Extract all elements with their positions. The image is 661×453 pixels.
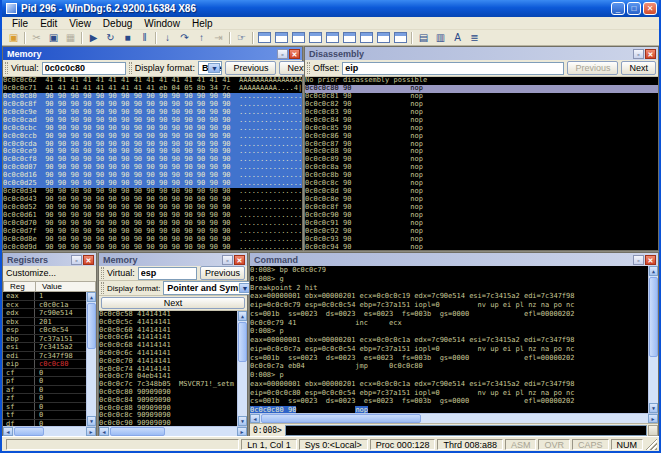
disassembly-previous-button[interactable]: Previous: [567, 61, 618, 75]
command-line[interactable]: 0c0c0c79 41 inc ecx: [250, 319, 658, 328]
menu-file[interactable]: File: [6, 18, 34, 29]
registers-vscrollbar[interactable]: ▲▼: [86, 292, 96, 426]
memory1-previous-button[interactable]: Previous: [225, 61, 276, 75]
memory-row[interactable]: 0c0c0d9d 90 90 90 90 90 90 90 90 90 90 9…: [3, 244, 302, 250]
command-line[interactable]: 0:008> p: [250, 327, 658, 336]
scroll-right-icon[interactable]: ►: [86, 427, 96, 436]
memory1-content[interactable]: 0c0c0c62 41 41 41 41 41 41 41 41 41 41 4…: [3, 77, 302, 250]
scroll-up-icon[interactable]: ▲: [238, 311, 247, 321]
memory2-titlebar[interactable]: Memory ▫ ✕: [99, 253, 247, 266]
open-processes-window-icon[interactable]: [394, 32, 407, 43]
open-disassembly-window-icon[interactable]: [360, 32, 373, 43]
scrollbar-thumb[interactable]: [14, 427, 44, 436]
register-row[interactable]: edi7c347f98: [3, 352, 96, 361]
command-line[interactable]: eip=0c0c0c80 esp=0c0c0c54 ebp=7c37a151 i…: [250, 389, 658, 398]
register-row[interactable]: cf0: [3, 369, 96, 378]
open-scratch-pad-window-icon[interactable]: [377, 32, 390, 43]
register-row[interactable]: eax1: [3, 292, 96, 301]
scrollbar-thumb[interactable]: [110, 427, 165, 436]
menu-help[interactable]: Help: [186, 18, 219, 29]
register-row[interactable]: eipc0c0c80: [3, 360, 96, 369]
register-row[interactable]: sf0: [3, 403, 96, 412]
insert-remove-breakpoint-icon[interactable]: ☞: [233, 31, 250, 45]
disassembly-close-icon[interactable]: ✕: [645, 49, 656, 59]
disassembly-next-button[interactable]: Next: [621, 61, 656, 75]
command-line[interactable]: 0c0c0c80 90 nop: [250, 406, 658, 413]
registers-dock-icon[interactable]: ▫: [71, 255, 82, 265]
command-titlebar[interactable]: Command ▫ ✕: [250, 253, 658, 266]
command-output[interactable]: 0:008> bp 0c0c0c790:008> gBreakpoint 2 h…: [250, 266, 658, 413]
menu-debug[interactable]: Debug: [97, 18, 138, 29]
command-line[interactable]: eax=00000001 ebx=00000201 ecx=0c0c0c1a e…: [250, 380, 658, 389]
disassembly-titlebar[interactable]: Disassembly ▫ ✕: [305, 47, 658, 60]
command-hscrollbar[interactable]: ◄ ►: [250, 413, 658, 423]
command-close-icon[interactable]: ✕: [645, 255, 656, 265]
font-button-icon[interactable]: A: [449, 31, 466, 45]
restart-icon[interactable]: ↻: [102, 31, 119, 45]
open-source-file-icon[interactable]: ▣: [5, 31, 22, 45]
register-row[interactable]: pf0: [3, 377, 96, 386]
command-line[interactable]: eip=0c0c0c79 esp=0c0c0c54 ebp=7c37a151 i…: [250, 301, 658, 310]
disassembly-dock-icon[interactable]: ▫: [633, 49, 644, 59]
memory1-titlebar[interactable]: Memory ▫ ✕: [3, 47, 302, 60]
memory2-next-button[interactable]: Next: [101, 297, 245, 309]
step-into-icon[interactable]: ↓: [159, 31, 176, 45]
registers-col-reg[interactable]: Reg: [4, 282, 36, 291]
open-command-window-icon[interactable]: [258, 32, 271, 43]
minimize-button[interactable]: _: [611, 2, 625, 15]
memory2-previous-button[interactable]: Previous: [200, 266, 245, 280]
command-line[interactable]: eax=00000001 ebx=00000201 ecx=0c0c0c19 e…: [250, 292, 658, 301]
options-button-icon[interactable]: ≣: [466, 31, 483, 45]
command-line[interactable]: eax=00000001 ebx=00000201 ecx=0c0c0c1a e…: [250, 336, 658, 345]
command-line[interactable]: 0:008> bp 0c0c0c79: [250, 266, 658, 275]
memory2-format-select[interactable]: Pointer and Symbol ▼: [163, 281, 253, 295]
open-watch-window-icon[interactable]: [275, 32, 288, 43]
stop-debugging-icon[interactable]: ■: [119, 31, 136, 45]
command-dock-icon[interactable]: ▫: [633, 255, 644, 265]
menu-view[interactable]: View: [63, 18, 97, 29]
open-registers-window-icon[interactable]: [309, 32, 322, 43]
register-row[interactable]: ebp7c37a151: [3, 335, 96, 344]
scrollbar-thumb[interactable]: [649, 277, 658, 357]
memory2-dock-icon[interactable]: ▫: [222, 255, 233, 265]
register-row[interactable]: ecxc0c0c1a: [3, 301, 96, 310]
memory1-close-icon[interactable]: ✕: [289, 49, 300, 59]
memory2-virtual-input[interactable]: [138, 267, 197, 280]
scroll-down-icon[interactable]: ▼: [649, 403, 658, 413]
registers-col-value[interactable]: Value: [36, 282, 62, 291]
scroll-down-icon[interactable]: ▼: [87, 416, 96, 426]
maximize-button[interactable]: □: [627, 2, 641, 15]
close-button[interactable]: ✕: [643, 2, 657, 15]
memory2-content[interactable]: 0c0c0c58 414141410c0c0c5c 414141410c0c0c…: [99, 311, 247, 426]
register-row[interactable]: af0: [3, 386, 96, 395]
registers-customize-button[interactable]: Customize...: [3, 266, 96, 281]
open-locals-window-icon[interactable]: [292, 32, 305, 43]
disassembly-offset-input[interactable]: [342, 62, 564, 75]
scroll-left-icon[interactable]: ◄: [250, 414, 260, 423]
memory1-dock-icon[interactable]: ▫: [277, 49, 288, 59]
command-vscrollbar[interactable]: ▲ ▼: [648, 266, 658, 413]
register-row[interactable]: ebx201: [3, 318, 96, 327]
register-row[interactable]: edx7c90e514: [3, 309, 96, 318]
source-mode-toggle-icon[interactable]: ▤: [415, 31, 432, 45]
scroll-right-icon[interactable]: ►: [648, 414, 658, 423]
copy-icon[interactable]: ▣: [45, 31, 62, 45]
step-out-icon[interactable]: ↑: [193, 31, 210, 45]
number-format-icon[interactable]: ▥: [432, 31, 449, 45]
scroll-left-icon[interactable]: ◄: [99, 427, 109, 436]
scrollbar-thumb[interactable]: [87, 303, 96, 349]
scroll-left-icon[interactable]: ◄: [3, 427, 13, 436]
disassembly-row[interactable]: 0c0c0c94 90 nop: [305, 244, 658, 250]
break-icon[interactable]: ‖: [136, 31, 153, 45]
register-row[interactable]: espc0c0c54: [3, 326, 96, 335]
open-call-stack-window-icon[interactable]: [343, 32, 356, 43]
memory2-close-icon[interactable]: ✕: [234, 255, 245, 265]
command-line[interactable]: Breakpoint 2 hit: [250, 284, 658, 293]
command-scroll-button[interactable]: [648, 425, 658, 436]
command-line[interactable]: eip=0c0c0c7a esp=0c0c0c54 ebp=7c37a151 i…: [250, 345, 658, 354]
scroll-up-icon[interactable]: ▲: [87, 292, 96, 302]
titlebar[interactable]: Pid 296 - WinDbg:6.2.9200.16384 X86 _ □ …: [2, 0, 659, 17]
resize-grip[interactable]: [645, 438, 657, 450]
memory1-format-select[interactable]: Byte ▼: [198, 61, 223, 75]
memory1-virtual-input[interactable]: [42, 62, 126, 75]
